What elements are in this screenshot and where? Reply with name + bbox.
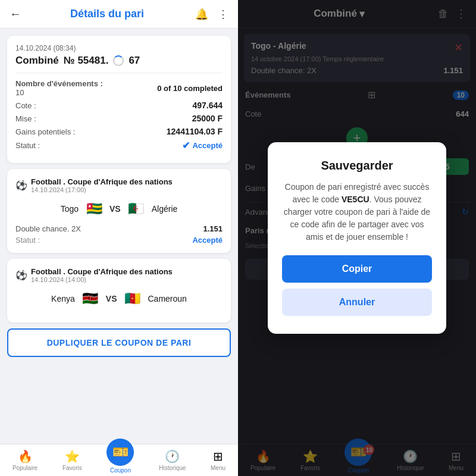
vs-text: VS bbox=[109, 204, 121, 214]
sport-row-1: ⚽ Football . Coupe d'Afrique des nations… bbox=[15, 177, 223, 193]
bet-suffix: 67 bbox=[129, 55, 140, 67]
match-date-1: 14.10.2024 (17:00) bbox=[31, 186, 173, 193]
gains-value: 12441104.03 F bbox=[167, 127, 223, 136]
clock-icon: 🕐 bbox=[165, 449, 180, 464]
nav-menu-label: Menu bbox=[211, 465, 226, 471]
soccer-icon: ⚽ bbox=[15, 180, 27, 191]
divider bbox=[15, 73, 223, 73]
soccer-icon-2: ⚽ bbox=[15, 270, 27, 281]
match-card-1: ⚽ Football . Coupe d'Afrique des nations… bbox=[7, 169, 231, 253]
flag1-2: 🇰🇪 bbox=[81, 289, 100, 308]
team1-name-2: Kenya bbox=[51, 294, 75, 303]
nav-historique[interactable]: 🕐 Historique bbox=[159, 449, 186, 474]
status-row-1: Statut : Accepté bbox=[15, 236, 223, 245]
sport-row-2: ⚽ Football . Coupe d'Afrique des nations… bbox=[15, 267, 223, 283]
match-teams-1: Togo 🇹🇬 VS 🇩🇿 Algérie bbox=[15, 199, 223, 218]
team1-name: Togo bbox=[61, 204, 79, 214]
nav-populaire[interactable]: 🔥 Populaire bbox=[12, 449, 37, 474]
back-button[interactable]: ← bbox=[10, 7, 21, 21]
more-options-icon[interactable]: ⋮ bbox=[218, 8, 228, 21]
flag2: 🇩🇿 bbox=[127, 199, 146, 218]
page-title: Détails du pari bbox=[29, 8, 186, 20]
sport-name-2: Football . Coupe d'Afrique des nations bbox=[31, 267, 173, 276]
cote-value: 497.644 bbox=[192, 101, 223, 110]
statut-row: Statut : ✔ Accepté bbox=[15, 140, 223, 151]
mise-value: 25000 F bbox=[192, 114, 223, 123]
status-val-1: Accepté bbox=[192, 236, 223, 245]
left-header: ← Détails du pari 🔔 ⋮ bbox=[0, 0, 238, 29]
star-icon: ⭐ bbox=[65, 449, 80, 464]
copy-button[interactable]: Copier bbox=[282, 255, 432, 283]
nav-historique-label: Historique bbox=[159, 465, 186, 471]
mise-label: Mise : bbox=[15, 114, 36, 123]
vs-text-2: VS bbox=[106, 294, 117, 303]
sport-name-1: Football . Coupe d'Afrique des nations bbox=[31, 177, 173, 186]
bet-date: 14.10.2024 (08:34) bbox=[15, 44, 223, 52]
left-bottom-nav: 🔥 Populaire ⭐ Favoris 🎫 Coupon 🕐 Histori… bbox=[0, 444, 238, 476]
combine-label: Combiné bbox=[15, 55, 59, 67]
mise-row: Mise : 25000 F bbox=[15, 114, 223, 123]
duplicate-coupon-button[interactable]: DUPLIQUER LE COUPON DE PARI bbox=[7, 328, 231, 357]
cote-row: Cote : 497.644 bbox=[15, 101, 223, 110]
left-content: 14.10.2024 (08:34) Combiné № 55481. 67 N… bbox=[0, 29, 238, 444]
grid-icon: ⊞ bbox=[213, 449, 223, 464]
loading-spinner bbox=[113, 55, 124, 66]
save-modal: Sauvegarder Coupon de pari enregistré av… bbox=[268, 142, 446, 334]
right-panel: Combiné ▾ 🗑 ⋮ Togo - Algérie ✕ 14 octobr… bbox=[238, 0, 476, 476]
bet-number: № 55481. bbox=[64, 55, 109, 67]
bet-type-1: Double chance. 2X bbox=[15, 224, 81, 233]
nav-menu[interactable]: ⊞ Menu bbox=[211, 449, 226, 474]
modal-overlay: Sauvegarder Coupon de pari enregistré av… bbox=[238, 0, 476, 476]
flag2-2: 🇨🇲 bbox=[123, 289, 142, 308]
left-panel: ← Détails du pari 🔔 ⋮ 14.10.2024 (08:34)… bbox=[0, 0, 238, 476]
events-status: 0 of 10 completed bbox=[157, 84, 223, 93]
match-card-2: ⚽ Football . Coupe d'Afrique des nations… bbox=[7, 259, 231, 322]
bet-odds-1: 1.151 bbox=[203, 224, 223, 233]
events-row: Nombre d'événements : 10 0 of 10 complet… bbox=[15, 79, 223, 97]
statut-label: Statut : bbox=[15, 141, 40, 150]
team2-name: Algérie bbox=[152, 204, 178, 214]
events-label: Nombre d'événements : 10 bbox=[15, 79, 103, 97]
cancel-button[interactable]: Annuler bbox=[282, 289, 432, 316]
nav-populaire-label: Populaire bbox=[12, 465, 37, 471]
bell-icon[interactable]: 🔔 bbox=[195, 8, 208, 21]
nav-favoris[interactable]: ⭐ Favoris bbox=[62, 449, 82, 474]
coupon-circle: 🎫 bbox=[107, 439, 134, 466]
flame-icon: 🔥 bbox=[18, 449, 33, 464]
check-icon: ✔ bbox=[182, 140, 190, 151]
team2-name-2: Cameroun bbox=[148, 294, 187, 303]
gains-row: Gains potentiels : 12441104.03 F bbox=[15, 127, 223, 136]
nav-coupon[interactable]: 🎫 Coupon bbox=[107, 449, 134, 474]
modal-body: Coupon de pari enregistré avec succès av… bbox=[282, 181, 432, 243]
statut-value: ✔ Accepté bbox=[182, 140, 223, 151]
match-teams-2: Kenya 🇰🇪 VS 🇨🇲 Cameroun bbox=[15, 289, 223, 308]
bet-row-1: Double chance. 2X 1.151 bbox=[15, 224, 223, 233]
match-date-2: 14.10.2024 (14:00) bbox=[31, 276, 173, 283]
bet-summary-card: 14.10.2024 (08:34) Combiné № 55481. 67 N… bbox=[7, 36, 231, 163]
cote-label: Cote : bbox=[15, 101, 36, 110]
flag1: 🇹🇬 bbox=[84, 199, 104, 218]
status-label-1: Statut : bbox=[15, 236, 40, 245]
nav-favoris-label: Favoris bbox=[62, 465, 82, 471]
modal-title: Sauvegarder bbox=[282, 159, 432, 173]
gains-label: Gains potentiels : bbox=[15, 127, 75, 136]
nav-coupon-label: Coupon bbox=[110, 467, 131, 474]
